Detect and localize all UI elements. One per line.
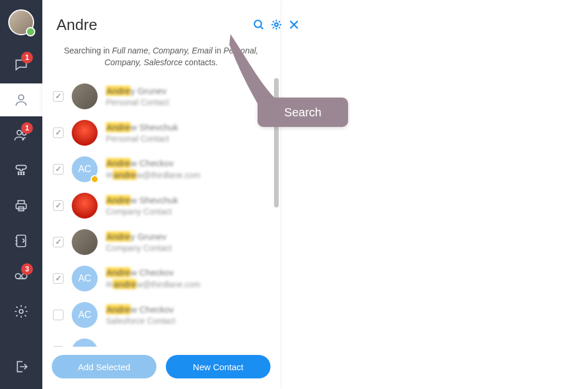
result-row[interactable]: ACAndrew Checkov✉ andrew@thirdlane.com [42,151,278,187]
search-input[interactable] [56,16,248,34]
svg-point-13 [15,274,21,279]
svg-point-1 [19,95,24,100]
add-selected-button[interactable]: Add Selected [52,355,156,378]
result-row[interactable]: AYAndy Young [42,333,278,347]
result-row[interactable]: Andrew ShevchukCompany Contact [42,187,278,224]
contact-text: Andrey GrunevPersonal Contact [106,86,169,107]
user-avatar[interactable] [8,9,34,35]
sidebar-item-fax[interactable] [0,189,42,222]
checkbox[interactable] [53,310,64,320]
status-away-icon [91,175,99,183]
contact-text: Andy Young [106,346,153,347]
search-icon[interactable] [252,14,265,35]
sidebar-item-phone[interactable] [0,154,42,187]
contact-text: Andrew Checkov✉ andrew@thirdlane.com [106,158,201,180]
sidebar-item-contacts[interactable] [0,83,42,116]
contact-text: Andrew Checkov✉ andrew@thirdlane.com [106,267,201,289]
contact-avatar [72,83,98,109]
contact-avatar: AC [72,156,98,182]
svg-point-5 [21,172,22,173]
contact-avatar: AC [72,302,98,328]
svg-point-17 [275,23,278,26]
svg-point-9 [23,174,24,175]
panel-footer: Add Selected New Contact [42,347,280,389]
presence-online-icon [26,27,35,36]
voicemail-badge: 3 [21,263,33,275]
sidebar-item-settings[interactable] [0,295,42,328]
result-row[interactable]: ACAndrew Checkov✉ andrew@thirdlane.com [42,260,278,297]
svg-rect-10 [16,204,26,209]
contact-text: Andrew ShevchukPersonal Contact [106,122,178,143]
contact-avatar [72,229,98,255]
gear-icon[interactable] [270,14,283,35]
sidebar-item-group[interactable]: 1 [0,119,42,152]
contact-avatar: AY [72,338,98,347]
svg-point-15 [19,310,24,314]
sidebar-item-chat[interactable]: 1 [0,48,42,81]
contact-avatar [72,120,98,146]
new-contact-button[interactable]: New Contact [166,355,270,378]
sidebar: 1 1 3 [0,0,42,389]
tooltip-search: Search [258,98,348,127]
logout-icon [13,358,29,375]
close-icon[interactable] [288,14,300,35]
checkbox[interactable] [53,164,64,175]
sidebar-item-logout[interactable] [0,350,42,383]
contact-text: Andrew CheckovSalesforce Contact [106,304,175,326]
contact-text: Andrew ShevchukCompany Contact [106,195,178,216]
gear-icon [13,303,29,320]
checkbox[interactable] [53,128,64,138]
svg-point-7 [18,174,19,175]
contact-text: Andrey GrunevCompany Contact [106,232,172,253]
phone-icon [13,162,29,179]
sidebar-item-voicemail[interactable]: 3 [0,260,42,293]
checkbox[interactable] [53,200,64,211]
svg-point-4 [18,172,19,173]
address-book-icon [13,233,29,249]
svg-point-8 [21,174,22,175]
person-icon [13,92,29,108]
result-row[interactable]: ACAndrew CheckovSalesforce Contact [42,297,278,333]
checkbox[interactable] [53,237,64,247]
result-row[interactable]: Andrey GrunevCompany Contact [42,224,278,260]
svg-point-6 [23,172,24,173]
chat-badge: 1 [21,52,33,63]
fax-icon [13,197,29,214]
group-badge: 1 [21,122,33,134]
checkbox[interactable] [53,91,64,102]
contact-avatar [72,193,98,219]
contact-avatar: AC [72,266,98,291]
sidebar-item-address-book[interactable] [0,224,42,257]
svg-point-2 [17,130,22,135]
checkbox[interactable] [53,346,64,347]
checkbox[interactable] [53,273,64,284]
